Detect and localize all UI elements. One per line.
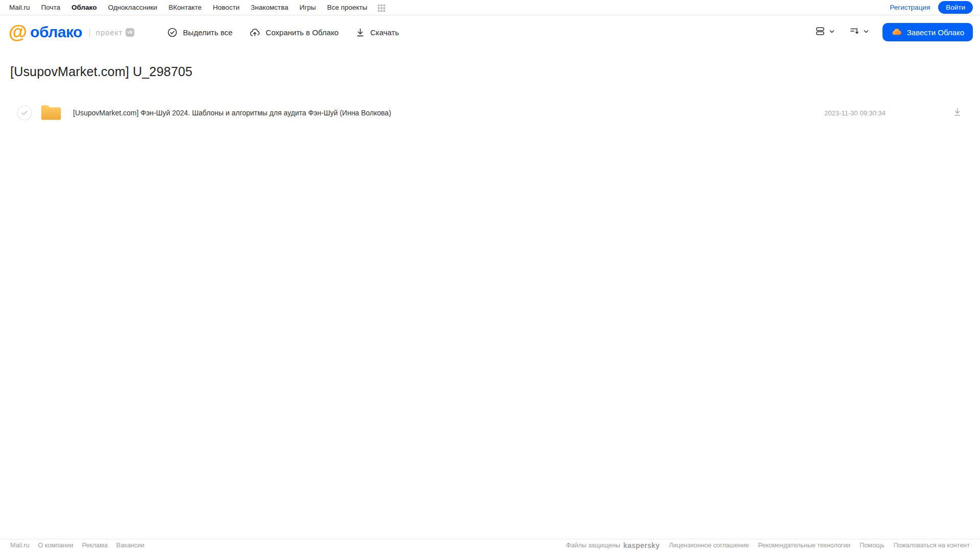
topnav-item-cloud[interactable]: Облако bbox=[71, 4, 97, 11]
kaspersky-protection: Файлы защищены kaspersky bbox=[566, 541, 659, 549]
chevron-down-icon bbox=[829, 28, 835, 37]
file-toolbar: Выделить все Сохранить в Облако Скачать bbox=[167, 27, 416, 38]
file-checkbox[interactable] bbox=[17, 105, 32, 121]
top-portal-bar: Mail.ru Почта Облако Одноклассники ВКонт… bbox=[0, 0, 980, 15]
topnav-item-news[interactable]: Новости bbox=[213, 4, 240, 11]
topnav-item-vkontakte[interactable]: ВКонтакте bbox=[169, 4, 202, 11]
footer-link-recommendation-tech[interactable]: Рекомендательные технологии bbox=[758, 542, 850, 549]
file-row[interactable]: [UsupovMarket.com] Фэн-Шуй 2024. Шаблоны… bbox=[10, 101, 970, 125]
vk-badge-icon: vk bbox=[126, 28, 134, 37]
logo-divider: | bbox=[88, 27, 91, 38]
select-all-button[interactable]: Выделить все bbox=[167, 27, 232, 38]
footer-link-jobs[interactable]: Вакансии bbox=[116, 542, 145, 549]
footer-left-links: Mail.ru О компании Реклама Вакансии bbox=[10, 542, 145, 549]
cloud-logo-text: облако bbox=[30, 23, 82, 41]
file-name[interactable]: [UsupovMarket.com] Фэн-Шуй 2024. Шаблоны… bbox=[73, 109, 391, 117]
topnav-item-mail[interactable]: Почта bbox=[41, 4, 61, 11]
login-button[interactable]: Войти bbox=[938, 1, 973, 14]
save-to-cloud-label: Сохранить в Облако bbox=[266, 28, 339, 37]
topnav-item-odnoklassniki[interactable]: Одноклассники bbox=[108, 4, 157, 11]
topnav-item-games[interactable]: Игры bbox=[300, 4, 316, 11]
footer-link-license[interactable]: Лицензионное соглашение bbox=[669, 542, 749, 549]
download-icon bbox=[355, 28, 365, 37]
topnav-item-mailru[interactable]: Mail.ru bbox=[9, 4, 30, 11]
footer-link-help[interactable]: Помощь bbox=[859, 542, 884, 549]
view-controls bbox=[815, 26, 869, 38]
project-label: проект bbox=[96, 28, 123, 37]
files-protected-label: Файлы защищены bbox=[566, 542, 620, 549]
save-to-cloud-button[interactable]: Сохранить в Облако bbox=[249, 27, 339, 38]
cloud-icon bbox=[891, 27, 902, 38]
sort-icon bbox=[849, 26, 859, 38]
footer-link-report-content[interactable]: Пожаловаться на контент bbox=[894, 542, 970, 549]
sort-dropdown[interactable] bbox=[849, 26, 869, 38]
create-cloud-label: Завести Облако bbox=[907, 28, 964, 37]
view-mode-icon bbox=[815, 26, 825, 38]
download-button[interactable]: Скачать bbox=[355, 28, 399, 37]
apps-grid-icon[interactable] bbox=[377, 4, 386, 12]
registration-link[interactable]: Регистрация bbox=[890, 4, 930, 11]
footer: Mail.ru О компании Реклама Вакансии Файл… bbox=[0, 539, 980, 551]
footer-link-ads[interactable]: Реклама bbox=[82, 542, 107, 549]
file-download-icon[interactable] bbox=[952, 107, 963, 119]
select-all-label: Выделить все bbox=[183, 28, 232, 37]
page-title: [UsupovMarket.com] U_298705 bbox=[10, 64, 970, 79]
footer-link-mailru[interactable]: Mail.ru bbox=[10, 542, 30, 549]
main-content: [UsupovMarket.com] U_298705 [UsupovMarke… bbox=[0, 64, 980, 125]
topnav-item-all-projects[interactable]: Все проекты bbox=[327, 4, 367, 11]
cloud-upload-icon bbox=[249, 27, 260, 38]
view-mode-dropdown[interactable] bbox=[815, 26, 835, 38]
mailru-at-icon: @ bbox=[9, 22, 27, 41]
topnav-item-dating[interactable]: Знакомства bbox=[251, 4, 288, 11]
download-label: Скачать bbox=[370, 28, 399, 37]
footer-link-company[interactable]: О компании bbox=[38, 542, 74, 549]
cloud-header: @ облако | проект vk Выделить все Сохран… bbox=[0, 15, 980, 49]
chevron-down-icon bbox=[863, 28, 869, 37]
portal-nav: Mail.ru Почта Облако Одноклассники ВКонт… bbox=[9, 4, 378, 11]
footer-right-links: Файлы защищены kaspersky Лицензионное со… bbox=[566, 541, 970, 549]
kaspersky-logo[interactable]: kaspersky bbox=[624, 541, 660, 549]
folder-icon bbox=[40, 103, 62, 124]
cloud-logo[interactable]: @ облако | проект vk bbox=[9, 23, 134, 42]
file-date: 2023-11-30 09:30:34 bbox=[824, 109, 886, 117]
create-cloud-button[interactable]: Завести Облако bbox=[882, 23, 973, 41]
check-circle-icon bbox=[167, 27, 178, 38]
